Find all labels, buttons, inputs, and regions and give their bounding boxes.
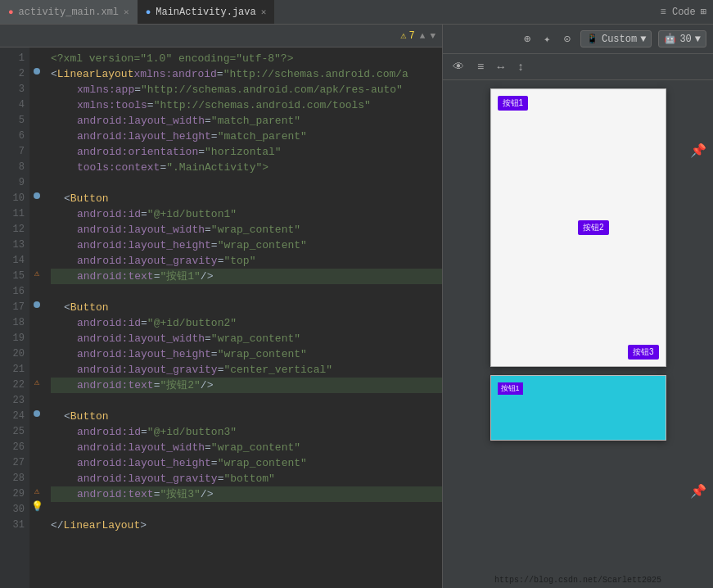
- code-line-14: android:layout_gravity="top": [51, 253, 442, 269]
- code-line-4: xmlns:tools="http://schemas.android.com/…: [51, 97, 442, 113]
- tab-close-main-activity[interactable]: ✕: [261, 7, 267, 17]
- gutter-27: [29, 452, 44, 468]
- warning-count: 7: [409, 30, 415, 42]
- gutter-24: [29, 405, 44, 421]
- line-number-29: 29: [0, 486, 25, 502]
- code-line-17: <Button: [51, 300, 442, 315]
- code-line-23: [51, 393, 442, 409]
- right-panel: ⊕ ✦ ⊙ 📱 Custom ▼ 🤖 30 ▼ 👁 ≡ ↔ ↕ 📌: [442, 25, 713, 588]
- editor-toolbar: ⚠ 7 ▲ ▼: [0, 25, 442, 47]
- gutter-3: [29, 79, 44, 94]
- gutter-12: [29, 219, 44, 234]
- line-number-18: 18: [0, 315, 25, 331]
- code-line-24: <Button: [51, 409, 442, 424]
- right-toolbar: ⊕ ✦ ⊙ 📱 Custom ▼ 🤖 30 ▼: [443, 25, 713, 54]
- pin-icon[interactable]: 📌: [690, 142, 706, 159]
- code-area[interactable]: 1234567891011121314151617181920212223242…: [0, 47, 442, 588]
- api-selector[interactable]: 🤖 30 ▼: [658, 30, 706, 47]
- gutter-28: [29, 468, 44, 483]
- code-line-31: </LinearLayout>: [51, 518, 442, 533]
- warning-indicator[interactable]: ⚠ 7: [400, 29, 414, 42]
- gutter-1: [29, 47, 44, 63]
- code-line-26: android:layout_width="wrap_content": [51, 440, 442, 455]
- gutter-9: [29, 172, 44, 188]
- vertical-arrows-icon[interactable]: ↕: [514, 59, 527, 75]
- code-line-13: android:layout_height="wrap_content": [51, 237, 442, 253]
- code-line-27: android:layout_height="wrap_content": [51, 455, 442, 471]
- code-line-19: android:layout_width="wrap_content": [51, 331, 442, 346]
- gutter-5: [29, 110, 44, 125]
- device-selector[interactable]: 📱 Custom ▼: [580, 30, 652, 47]
- gutter: ⚠⚠⚠💡: [29, 47, 44, 588]
- line-number-31: 31: [0, 518, 25, 533]
- gutter-21: [29, 359, 44, 374]
- split-view-button[interactable]: ⊞: [701, 6, 706, 18]
- line-number-6: 6: [0, 129, 25, 144]
- tab-activity-main[interactable]: ● activity_main.xml ✕: [0, 0, 138, 24]
- line-number-19: 19: [0, 331, 25, 346]
- code-line-11: android:id="@+id/button1": [51, 206, 442, 222]
- line-number-20: 20: [0, 346, 25, 362]
- pin-icon-2[interactable]: 📌: [690, 483, 706, 500]
- warning-down-arrow[interactable]: ▼: [430, 31, 435, 41]
- line-number-16: 16: [0, 284, 25, 300]
- line-numbers: 1234567891011121314151617181920212223242…: [0, 47, 29, 588]
- line-number-13: 13: [0, 237, 25, 253]
- design-tool-icon[interactable]: ✦: [540, 30, 553, 47]
- warning-icon: ⚠: [400, 29, 406, 42]
- gutter-11: [29, 203, 44, 219]
- line-number-1: 1: [0, 51, 25, 66]
- code-line-28: android:layout_gravity="bottom": [51, 471, 442, 486]
- device-frame-main: 按钮1 按钮2 按钮3: [490, 88, 666, 367]
- code-line-2: <LinearLayout xmlns:android="http://sche…: [51, 66, 442, 82]
- line-number-15: 15: [0, 269, 25, 284]
- line-number-12: 12: [0, 222, 25, 237]
- tab-label-activity-main: activity_main.xml: [19, 7, 119, 18]
- line-number-27: 27: [0, 455, 25, 471]
- gutter-18: [29, 312, 44, 328]
- line-number-8: 8: [0, 160, 25, 175]
- zoom-icon[interactable]: ⊙: [561, 30, 574, 47]
- preview-area: 📌 按钮1 按钮2 按钮3 📌 按钮1 https://blog.csdn.ne…: [443, 80, 713, 588]
- gutter-30: 💡: [29, 499, 44, 514]
- gutter-31: [29, 514, 44, 530]
- eye-icon[interactable]: 👁: [449, 59, 467, 75]
- tab-close-activity-main[interactable]: ✕: [124, 7, 129, 17]
- code-line-12: android:layout_width="wrap_content": [51, 222, 442, 237]
- warning-up-arrow[interactable]: ▲: [420, 31, 426, 41]
- gutter-16: [29, 281, 44, 296]
- gutter-14: [29, 250, 44, 265]
- preview-button-2: 按钮2: [578, 220, 609, 235]
- horizontal-arrows-icon[interactable]: ↔: [494, 59, 507, 75]
- code-line-9: [51, 175, 442, 191]
- code-line-18: android:id="@+id/button2": [51, 315, 442, 331]
- line-number-10: 10: [0, 191, 25, 206]
- code-line-5: android:layout_width="match_parent": [51, 113, 442, 129]
- gutter-26: [29, 436, 44, 452]
- line-number-25: 25: [0, 424, 25, 440]
- gutter-10: [29, 188, 44, 203]
- cursor-tool-icon[interactable]: ⊕: [521, 30, 534, 47]
- gutter-25: [29, 421, 44, 436]
- gutter-20: [29, 343, 44, 359]
- line-number-4: 4: [0, 97, 25, 113]
- line-number-3: 3: [0, 82, 25, 97]
- editor-panel: ⚠ 7 ▲ ▼ 12345678910111213141516171819202…: [0, 25, 442, 588]
- gutter-2: [29, 63, 44, 79]
- code-line-7: android:orientation="horizontal": [51, 144, 442, 160]
- gutter-17: [29, 296, 44, 312]
- code-line-10: <Button: [51, 191, 442, 206]
- line-number-7: 7: [0, 144, 25, 160]
- right-toolbar-2: 👁 ≡ ↔ ↕: [443, 54, 713, 80]
- preview-button-1: 按钮1: [498, 96, 529, 111]
- tab-main-activity[interactable]: ● MainActivity.java ✕: [138, 0, 275, 24]
- code-line-20: android:layout_height="wrap_content": [51, 346, 442, 362]
- code-content[interactable]: <?xml version="1.0" encoding="utf-8"?><L…: [44, 47, 442, 588]
- code-view-button[interactable]: ≡ Code: [661, 7, 696, 18]
- code-line-29: android:text="按钮3" />: [51, 486, 442, 502]
- line-number-28: 28: [0, 471, 25, 486]
- java-icon: ●: [146, 7, 151, 17]
- list-icon[interactable]: ≡: [474, 59, 487, 75]
- api-label: 30: [679, 34, 691, 45]
- code-line-21: android:layout_gravity="center_vertical": [51, 362, 442, 378]
